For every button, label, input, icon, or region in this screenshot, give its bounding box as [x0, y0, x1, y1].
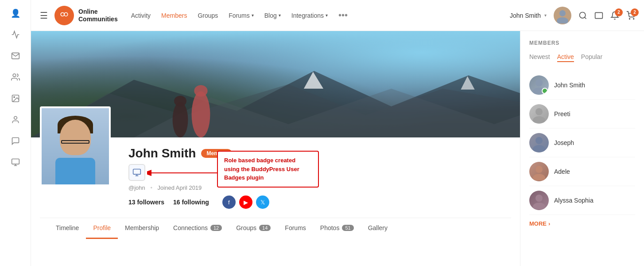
svg-point-31	[535, 108, 543, 115]
notification-badge: 2	[615, 8, 623, 16]
profile-name: John Smith	[128, 146, 196, 160]
member-avatar-joseph	[529, 133, 549, 153]
svg-point-13	[629, 18, 630, 19]
tab-timeline[interactable]: Timeline	[49, 218, 86, 239]
brand-name: Online Communities	[78, 8, 118, 23]
youtube-icon[interactable]: ▶	[239, 196, 252, 209]
svg-point-3	[14, 117, 17, 120]
tab-photos[interactable]: Photos 51	[313, 218, 361, 239]
svg-point-33	[535, 137, 543, 144]
avatar-glasses	[61, 140, 89, 144]
sidebar-item-friends[interactable]	[7, 111, 24, 129]
profile-handle: @john	[128, 184, 145, 191]
following-count[interactable]: 16 following	[173, 199, 209, 206]
tooltip-text: Role based badge created using the Buddy…	[224, 157, 299, 181]
more-link[interactable]: MORE ›	[529, 220, 635, 227]
facebook-icon[interactable]: f	[222, 196, 236, 209]
messages-button[interactable]	[594, 11, 603, 20]
svg-point-34	[533, 145, 545, 152]
twitter-icon[interactable]: 𝕏	[256, 196, 269, 209]
members-sidebar-title: MEMBERS	[529, 40, 635, 46]
left-sidebar: 👤	[0, 0, 31, 266]
svg-point-8	[64, 12, 68, 16]
nav-members[interactable]: Members	[161, 12, 187, 19]
user-badge-icon[interactable]	[128, 164, 145, 181]
svg-point-2	[13, 97, 14, 98]
svg-point-38	[533, 203, 545, 209]
search-button[interactable]	[578, 11, 587, 20]
tab-forums[interactable]: Forums	[278, 218, 313, 239]
svg-point-35	[535, 166, 543, 173]
member-avatar-alyssa	[529, 191, 549, 210]
svg-point-20	[173, 102, 188, 137]
tab-membership[interactable]: Membership	[118, 218, 166, 239]
brand-logo	[54, 6, 74, 25]
member-name-preeti: Preeti	[554, 110, 570, 117]
sidebar-item-media[interactable]	[7, 90, 24, 107]
nav-activity[interactable]: Activity	[131, 12, 151, 19]
cart-button[interactable]: 2	[626, 11, 635, 20]
member-item-john-smith[interactable]: John Smith	[529, 71, 635, 100]
nav-integrations[interactable]: Integrations ▾	[291, 12, 328, 19]
svg-point-0	[13, 74, 16, 77]
nav-blog[interactable]: Blog ▾	[264, 12, 281, 19]
tab-connections[interactable]: Connections 12	[166, 218, 229, 239]
sidebar-item-screen[interactable]	[7, 153, 24, 171]
nav-links: Activity Members Groups Forums ▾ Blog ▾ …	[131, 10, 510, 20]
svg-point-22	[192, 91, 210, 137]
hamburger-menu[interactable]: ☰	[40, 10, 48, 21]
tooltip-box: Role based badge created using the Buddy…	[217, 151, 319, 188]
svg-point-29	[535, 79, 543, 86]
svg-line-12	[585, 17, 586, 19]
meta-dot: •	[150, 184, 152, 191]
member-avatar-adele	[529, 162, 549, 181]
member-name-john: John Smith	[554, 82, 585, 89]
navbar-right: John Smith ▾ 2 2	[510, 7, 635, 24]
page-content: John Smith Member	[31, 31, 644, 266]
sidebar-item-messages[interactable]	[7, 47, 24, 65]
profile-join-date: Joined April 2019	[158, 184, 202, 191]
social-icons: f ▶ 𝕏	[222, 196, 269, 209]
user-menu[interactable]: John Smith ▾	[510, 12, 547, 19]
main-wrapper: ☰ Online Communities Activity Members Gr…	[31, 0, 644, 266]
navbar: ☰ Online Communities Activity Members Gr…	[31, 0, 644, 31]
profile-avatar	[40, 106, 111, 186]
svg-point-37	[535, 195, 543, 202]
filter-active[interactable]: Active	[557, 53, 574, 62]
nav-more-dots[interactable]: •••	[338, 10, 348, 20]
tab-groups[interactable]: Groups 14	[229, 218, 278, 239]
member-item-alyssa[interactable]: Alyssa Sophia	[529, 186, 635, 215]
svg-rect-24	[133, 169, 141, 175]
member-item-adele[interactable]: Adele	[529, 157, 635, 186]
avatar-image	[42, 108, 109, 184]
followers-count[interactable]: 13 followers	[128, 199, 164, 206]
sidebar-item-chat[interactable]	[7, 132, 24, 150]
svg-rect-4	[12, 159, 19, 164]
user-avatar-nav[interactable]	[554, 7, 571, 24]
sidebar-item-groups[interactable]	[7, 68, 24, 86]
sidebar-item-activity[interactable]	[7, 26, 24, 43]
nav-groups[interactable]: Groups	[198, 12, 218, 19]
member-avatar-preeti	[529, 104, 549, 124]
member-item-joseph[interactable]: Joseph	[529, 129, 635, 157]
tooltip-arrow	[147, 168, 227, 178]
member-name-adele: Adele	[554, 168, 570, 175]
user-name: John Smith	[510, 12, 541, 19]
filter-newest[interactable]: Newest	[529, 53, 550, 62]
profile-area: John Smith Member	[31, 31, 520, 266]
svg-point-30	[533, 87, 545, 94]
tab-gallery[interactable]: Gallery	[361, 218, 395, 239]
member-name-joseph: Joseph	[554, 139, 574, 146]
svg-point-21	[174, 96, 186, 106]
member-name-alyssa: Alyssa Sophia	[554, 197, 594, 204]
follow-row: 13 followers 16 following f ▶ 𝕏	[128, 196, 511, 209]
nav-forums[interactable]: Forums ▾	[229, 12, 253, 19]
badge-icon-row: Role based badge created using the Buddy…	[128, 164, 511, 181]
member-item-preeti[interactable]: Preeti	[529, 100, 635, 129]
notifications-button[interactable]: 2	[610, 11, 619, 20]
filter-popular[interactable]: Popular	[581, 53, 602, 62]
profile-name-row: John Smith Member	[128, 146, 511, 160]
profile-info-section: John Smith Member	[31, 137, 520, 248]
sidebar-item-user[interactable]: 👤	[7, 4, 24, 22]
tab-profile[interactable]: Profile	[86, 218, 118, 239]
